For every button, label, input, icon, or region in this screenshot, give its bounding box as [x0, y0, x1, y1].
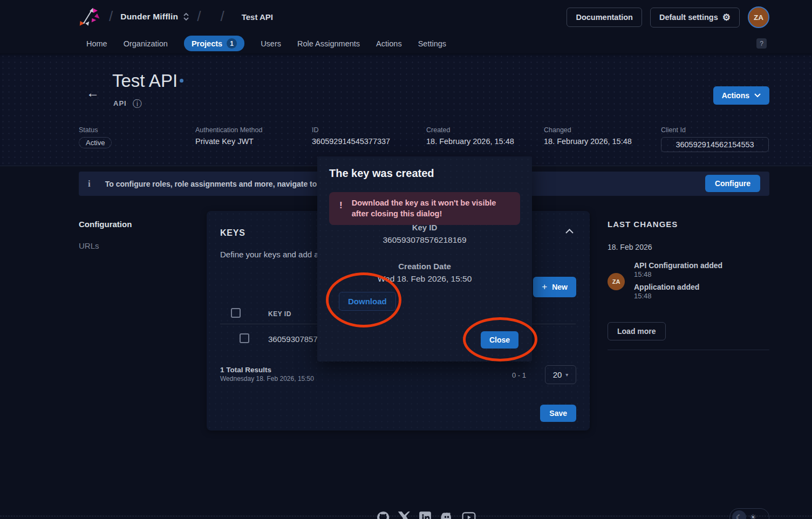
- nav-item-actions[interactable]: Actions: [376, 39, 402, 48]
- change-event-time: 15:48: [634, 270, 652, 278]
- user-avatar[interactable]: ZA: [748, 6, 769, 28]
- github-icon[interactable]: [376, 510, 390, 519]
- breadcrumb-slash: /: [109, 8, 113, 25]
- meta-value: 18. February 2026, 15:48: [544, 137, 632, 146]
- sidebar-item-urls[interactable]: URLs: [79, 241, 99, 250]
- new-key-button[interactable]: + New: [533, 277, 576, 297]
- key-id-value: 360593078576218169: [317, 235, 532, 245]
- page-size-select[interactable]: 20 ▾: [545, 365, 576, 384]
- help-button[interactable]: ?: [756, 38, 767, 49]
- moon-icon[interactable]: ☾: [732, 510, 746, 519]
- meta-label: Status: [79, 126, 112, 134]
- select-all-checkbox[interactable]: [231, 308, 241, 318]
- change-author-avatar: ZA: [608, 273, 625, 290]
- total-results: 1 Total Results: [220, 366, 271, 374]
- chevron-down-icon: [754, 93, 761, 98]
- documentation-button[interactable]: Documentation: [567, 8, 642, 27]
- nav-label: Actions: [376, 39, 402, 48]
- nav-item-projects[interactable]: Projects 1: [184, 36, 244, 51]
- sort-chevrons-icon: [183, 12, 189, 21]
- avatar-initials: ZA: [612, 278, 620, 285]
- meta-label: Created: [426, 126, 514, 134]
- documentation-label: Documentation: [576, 13, 633, 22]
- creation-date-label: Creation Date: [317, 262, 532, 271]
- actions-menu-button[interactable]: Actions: [713, 86, 769, 105]
- meta-created: Created 18. February 2026, 15:48: [426, 126, 514, 146]
- results-timestamp: Wednesday 18. Feb 2026, 15:50: [220, 375, 314, 383]
- actions-label: Actions: [722, 91, 749, 100]
- meta-value: 360592914545377337: [312, 137, 390, 146]
- new-label: New: [552, 283, 568, 291]
- x-twitter-icon[interactable]: [397, 510, 411, 519]
- configure-button[interactable]: Configure: [705, 175, 760, 192]
- gear-icon: ⚙: [722, 13, 731, 22]
- last-changes-date: 18. Feb 2026: [608, 243, 652, 251]
- meta-label: Authentication Method: [195, 126, 262, 134]
- dialog-title: The key was created: [329, 167, 434, 180]
- theme-toggle[interactable]: ☾ ☀: [729, 508, 769, 519]
- exclamation-icon: !: [339, 200, 343, 211]
- save-label: Save: [549, 409, 567, 418]
- load-more-button[interactable]: Load more: [608, 322, 666, 340]
- divider: [608, 350, 769, 350]
- meta-value: 18. February 2026, 15:48: [426, 137, 514, 146]
- key-created-dialog: The key was created ! Download the key a…: [317, 156, 532, 361]
- nav-item-organization[interactable]: Organization: [124, 39, 168, 48]
- meta-label: ID: [312, 126, 390, 134]
- footer-social-links: [376, 510, 476, 519]
- row-checkbox[interactable]: [240, 333, 249, 343]
- close-label: Close: [489, 336, 510, 344]
- key-id-label: Key ID: [317, 223, 532, 232]
- close-button[interactable]: Close: [481, 331, 518, 349]
- nav-label: Users: [261, 39, 281, 48]
- meta-value: Private Key JWT: [195, 137, 262, 146]
- sun-icon[interactable]: ☀: [749, 513, 756, 519]
- download-warning: ! Download the key as it won't be visibl…: [329, 192, 520, 225]
- projects-count-badge: 1: [227, 38, 237, 49]
- info-icon[interactable]: ⓘ: [133, 98, 142, 110]
- collapse-chevron-up-icon[interactable]: [565, 229, 574, 234]
- breadcrumb-slash: /: [197, 8, 201, 25]
- breadcrumb-project[interactable]: Test API: [242, 12, 273, 22]
- meta-client-id: Client Id 360592914562154553: [661, 126, 769, 152]
- download-button[interactable]: Download: [339, 292, 396, 311]
- sidebar-item-configuration[interactable]: Configuration: [79, 220, 132, 229]
- keys-title: KEYS: [220, 228, 245, 238]
- status-badge: Active: [79, 137, 112, 148]
- column-header-key-id: KEY ID: [268, 310, 291, 318]
- configure-label: Configure: [715, 179, 750, 188]
- nav-item-home[interactable]: Home: [86, 39, 107, 48]
- breadcrumb: / Dunder Mifflin / / Test API: [79, 5, 273, 28]
- banner-text: To configure roles, role assignments and…: [105, 180, 345, 188]
- change-event-label: API Configuration added: [634, 261, 722, 270]
- banner-info-icon: i: [88, 179, 91, 189]
- top-actions: Documentation Default settings ⚙ ZA: [567, 6, 769, 28]
- nav-label: Role Assignments: [297, 39, 360, 48]
- nav-item-role-assignments[interactable]: Role Assignments: [297, 39, 360, 48]
- client-id-copy-field[interactable]: 360592914562154553: [661, 137, 769, 152]
- brand-logo-icon[interactable]: [79, 5, 101, 28]
- meta-label: Client Id: [661, 126, 769, 134]
- nav-label: Projects: [192, 39, 222, 48]
- org-switcher[interactable]: Dunder Mifflin: [120, 12, 189, 22]
- state-dot: [180, 79, 183, 83]
- pagination-range: 0 - 1: [512, 371, 526, 379]
- org-name: Dunder Mifflin: [120, 12, 178, 22]
- nav-label: Organization: [124, 39, 168, 48]
- linkedin-icon[interactable]: [418, 510, 432, 519]
- default-settings-button[interactable]: Default settings ⚙: [650, 8, 740, 28]
- save-button[interactable]: Save: [540, 405, 576, 422]
- nav-item-users[interactable]: Users: [261, 39, 281, 48]
- nav-label: Home: [86, 39, 107, 48]
- plus-icon: +: [542, 282, 547, 292]
- nav-label: Settings: [418, 39, 446, 48]
- main-nav: Home Organization Projects 1 Users Role …: [86, 33, 446, 53]
- youtube-icon[interactable]: [461, 510, 476, 519]
- back-arrow-icon[interactable]: ←: [86, 85, 99, 100]
- discord-icon[interactable]: [439, 510, 454, 519]
- nav-item-settings[interactable]: Settings: [418, 39, 446, 48]
- table-row-key-id[interactable]: 36059307857: [268, 334, 318, 344]
- page-title: Test API: [112, 71, 178, 91]
- top-header: / Dunder Mifflin / / Test API Documentat…: [0, 0, 812, 33]
- app-type-label: API: [113, 99, 127, 107]
